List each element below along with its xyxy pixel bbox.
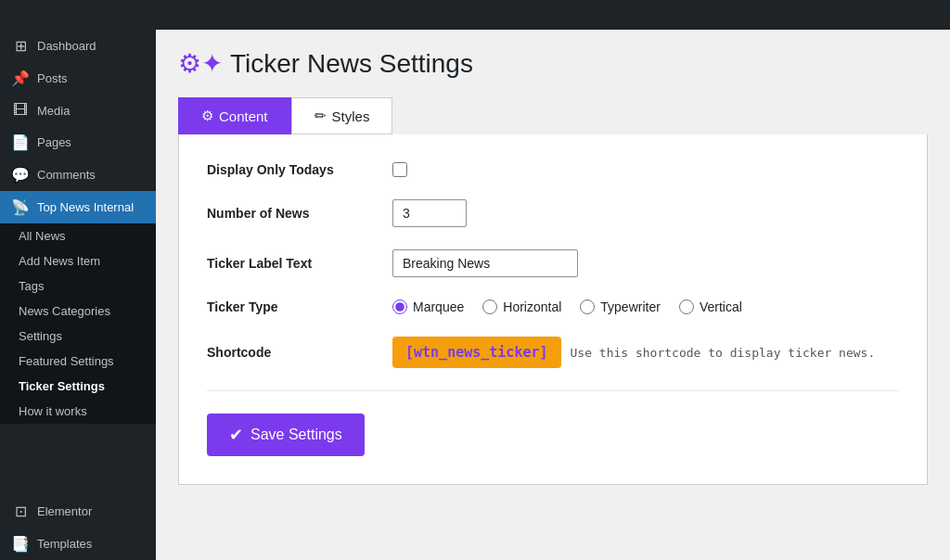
sidebar-item-dashboard[interactable]: ⊞ Dashboard [0,30,156,62]
pages-icon: 📄 [11,134,30,151]
shortcode-hint: Use this shortcode to display ticker new… [571,346,876,360]
main-area: ⚙✦ Ticker News Settings ⚙ Content ✏ Styl… [156,0,950,560]
sidebar-item-top-news[interactable]: 📡 Top News Internal [0,191,156,223]
dashboard-icon: ⊞ [11,37,30,55]
sidebar-item-all-news[interactable]: All News [0,223,156,248]
tab-styles[interactable]: ✏ Styles [291,97,393,134]
sidebar-item-comments[interactable]: 💬 Comments [0,159,156,191]
display-only-todays-row: Display Only Todays [207,162,899,177]
shortcode-badge[interactable]: [wtn_news_ticker] [392,337,561,368]
save-settings-button[interactable]: ✔ Save Settings [207,414,365,456]
radio-horizontal-input[interactable] [482,299,497,314]
content-area: ⚙✦ Ticker News Settings ⚙ Content ✏ Styl… [156,30,950,560]
number-of-news-label: Number of News [207,206,374,221]
sidebar-item-settings[interactable]: Settings [0,324,156,349]
radio-typewriter-input[interactable] [580,299,595,314]
sidebar-item-news-categories[interactable]: News Categories [0,299,156,324]
ticker-label-text-input[interactable] [392,249,578,277]
content-panel: Display Only Todays Number of News Ticke… [178,134,928,485]
radio-typewriter[interactable]: Typewriter [580,299,661,314]
shortcode-label: Shortcode [207,345,374,360]
top-news-icon: 📡 [11,198,30,216]
content-tab-icon: ⚙ [201,108,213,124]
shortcode-row: Shortcode [wtn_news_ticker] Use this sho… [207,337,899,368]
radio-marquee[interactable]: Marquee [392,299,464,314]
sidebar-item-featured-settings[interactable]: Featured Settings [0,349,156,374]
styles-tab-icon: ✏ [315,108,327,124]
ticker-type-label: Ticker Type [207,299,374,314]
radio-vertical-input[interactable] [679,299,694,314]
sidebar-item-ticker-settings[interactable]: Ticker Settings [0,374,156,399]
sidebar: ⊞ Dashboard 📌 Posts 🎞 Media 📄 Pages 💬 Co… [0,0,156,560]
check-icon: ✔ [229,425,243,445]
sub-menu: All News Add News Item Tags News Categor… [0,223,156,424]
posts-icon: 📌 [11,70,30,87]
sidebar-admin-bar [0,0,156,30]
ticker-label-text-row: Ticker Label Text [207,249,899,277]
number-of-news-row: Number of News [207,199,899,227]
sidebar-item-how-it-works[interactable]: How it works [0,399,156,424]
media-icon: 🎞 [11,102,30,119]
ticker-type-row: Ticker Type Marquee Horizontal Typewrite… [207,299,899,314]
comments-icon: 💬 [11,166,30,184]
display-only-todays-label: Display Only Todays [207,162,374,177]
radio-marquee-input[interactable] [392,299,407,314]
divider [207,390,899,391]
elementor-icon: ⊡ [11,503,30,520]
sidebar-item-tags[interactable]: Tags [0,274,156,299]
page-title: ⚙✦ Ticker News Settings [178,48,928,79]
tab-content[interactable]: ⚙ Content [178,97,291,134]
settings-gear-icon: ⚙✦ [178,48,223,79]
sidebar-item-posts[interactable]: 📌 Posts [0,62,156,95]
number-of-news-input[interactable] [392,199,467,227]
sidebar-item-pages[interactable]: 📄 Pages [0,126,156,159]
sidebar-item-add-news[interactable]: Add News Item [0,248,156,274]
sidebar-item-media[interactable]: 🎞 Media [0,95,156,126]
admin-top-bar [156,0,950,30]
ticker-label-text-label: Ticker Label Text [207,256,374,271]
ticker-type-radio-group: Marquee Horizontal Typewriter Vertical [392,299,742,314]
tabs-container: ⚙ Content ✏ Styles [178,97,928,134]
radio-horizontal[interactable]: Horizontal [482,299,561,314]
sidebar-item-elementor[interactable]: ⊡ Elementor [0,495,156,528]
templates-icon: 📑 [11,535,30,553]
shortcode-container: [wtn_news_ticker] Use this shortcode to … [392,337,875,368]
radio-vertical[interactable]: Vertical [679,299,742,314]
sidebar-item-templates[interactable]: 📑 Templates [0,528,156,560]
display-only-todays-checkbox[interactable] [392,162,407,177]
